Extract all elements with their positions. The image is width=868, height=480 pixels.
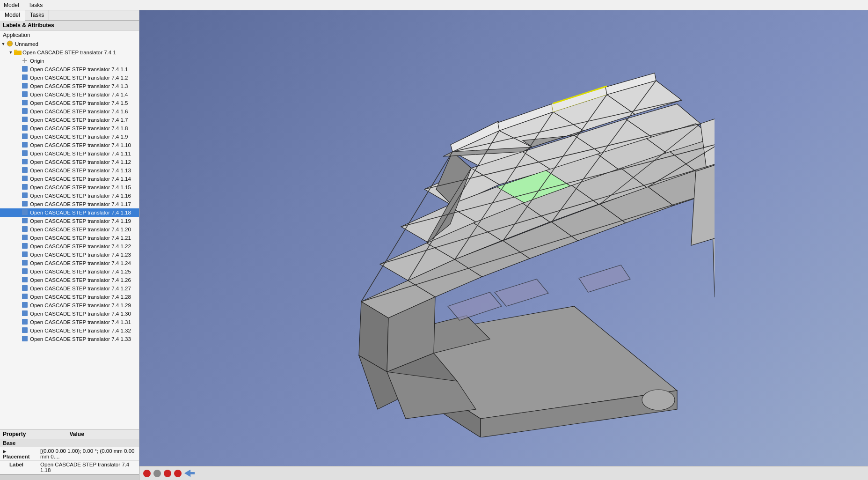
svg-marker-90 xyxy=(579,265,630,292)
tree-node-label: Open CASCADE STEP translator 7.4 1.9 xyxy=(30,134,128,140)
property-row-placement: ▶ Placement [(0.00 0.00 1.00); 0.00 °; (… xyxy=(0,447,139,461)
tree-node-label: Open CASCADE STEP translator 7.4 1.17 xyxy=(30,201,131,207)
tree-node-label: Open CASCADE STEP translator 7.4 1.2 xyxy=(30,75,128,81)
value-col-header: Value xyxy=(70,431,137,437)
svg-rect-37 xyxy=(22,319,28,325)
tree-node[interactable]: Open CASCADE STEP translator 7.4 1.30 xyxy=(0,310,139,318)
red-circle-btn-3[interactable] xyxy=(164,470,171,477)
tree-node-label: Open CASCADE STEP translator 7.4 1.27 xyxy=(30,286,131,291)
main-layout: Model Tasks Labels & Attributes Applicat… xyxy=(0,10,868,480)
tree-node[interactable]: Open CASCADE STEP translator 7.4 1.10 xyxy=(0,141,139,149)
tree-node[interactable]: Open CASCADE STEP translator 7.4 1.14 xyxy=(0,175,139,183)
tree-node-label: Open CASCADE STEP translator 7.4 1.33 xyxy=(30,336,131,342)
tree-node-label: Open CASCADE STEP translator 7.4 1.21 xyxy=(30,235,131,241)
tree-expander[interactable]: ▼ xyxy=(7,49,14,56)
svg-rect-18 xyxy=(22,159,28,164)
property-panel: Property Value Base ▶ Placement [(0.00 0… xyxy=(0,429,139,474)
circle-btn-2[interactable] xyxy=(153,470,161,477)
tree-view[interactable]: ▼Unnamed▼Open CASCADE STEP translator 7.… xyxy=(0,40,139,429)
tree-expander[interactable]: ▼ xyxy=(0,41,7,47)
tree-node[interactable]: Open CASCADE STEP translator 7.4 1.24 xyxy=(0,259,139,267)
tree-node[interactable]: Open CASCADE STEP translator 7.4 1.32 xyxy=(0,326,139,335)
svg-marker-88 xyxy=(448,292,502,320)
tree-node[interactable]: Open CASCADE STEP translator 7.4 1.33 xyxy=(0,335,139,343)
property-label-key: Label xyxy=(0,461,37,474)
left-panel-scrollbar[interactable] xyxy=(0,474,139,480)
tree-node[interactable]: ▼Unnamed xyxy=(0,40,139,48)
tree-node[interactable]: Open CASCADE STEP translator 7.4 1.7 xyxy=(0,116,139,124)
tree-node-label: Open CASCADE STEP translator 7.4 1.16 xyxy=(30,193,131,199)
svg-rect-23 xyxy=(22,201,28,207)
tree-node-label: Open CASCADE STEP translator 7.4 1.15 xyxy=(30,185,131,190)
red-circle-btn-1[interactable] xyxy=(143,470,151,477)
tree-node[interactable]: Open CASCADE STEP translator 7.4 1.1 xyxy=(0,65,139,74)
svg-rect-26 xyxy=(22,226,28,232)
tree-node-label: Open CASCADE STEP translator 7.4 1.28 xyxy=(30,294,131,300)
tree-node[interactable]: Open CASCADE STEP translator 7.4 1.17 xyxy=(0,200,139,208)
tree-node[interactable]: Open CASCADE STEP translator 7.4 1.16 xyxy=(0,192,139,200)
tree-node[interactable]: Open CASCADE STEP translator 7.4 1.3 xyxy=(0,82,139,90)
tree-node[interactable]: Open CASCADE STEP translator 7.4 1.9 xyxy=(0,133,139,141)
svg-rect-34 xyxy=(22,294,28,299)
property-placement-value: [(0.00 0.00 1.00); 0.00 °; (0.00 mm 0.00… xyxy=(37,447,139,461)
tree-node[interactable]: Open CASCADE STEP translator 7.4 1.29 xyxy=(0,301,139,310)
svg-rect-28 xyxy=(22,243,28,249)
svg-rect-27 xyxy=(22,235,28,240)
tree-node-label: Open CASCADE STEP translator 7.4 1.7 xyxy=(30,117,128,123)
tree-node[interactable]: Open CASCADE STEP translator 7.4 1.26 xyxy=(0,276,139,284)
svg-rect-39 xyxy=(22,336,28,341)
3d-viewport[interactable] xyxy=(139,10,868,480)
svg-rect-20 xyxy=(22,176,28,181)
tree-node[interactable]: Open CASCADE STEP translator 7.4 1.25 xyxy=(0,267,139,276)
tree-node-label: Open CASCADE STEP translator 7.4 1.12 xyxy=(30,159,131,165)
tree-node[interactable]: ▼Open CASCADE STEP translator 7.4 1 xyxy=(0,48,139,57)
red-circle-btn-4[interactable] xyxy=(174,470,182,477)
property-placement-key: ▶ Placement xyxy=(0,447,37,461)
left-panel: Model Tasks Labels & Attributes Applicat… xyxy=(0,10,139,480)
svg-rect-12 xyxy=(22,108,28,114)
svg-rect-32 xyxy=(22,277,28,282)
tree-node[interactable]: Open CASCADE STEP translator 7.4 1.15 xyxy=(0,183,139,192)
menu-tasks[interactable]: Tasks xyxy=(27,1,45,9)
tree-node[interactable]: Open CASCADE STEP translator 7.4 1.23 xyxy=(0,251,139,259)
tab-model[interactable]: Model xyxy=(0,10,25,21)
tree-node[interactable]: Open CASCADE STEP translator 7.4 1.11 xyxy=(0,149,139,158)
tree-node[interactable]: Origin xyxy=(0,57,139,65)
tree-node-label: Origin xyxy=(30,58,44,64)
tree-node[interactable]: Open CASCADE STEP translator 7.4 1.4 xyxy=(0,90,139,99)
tree-node[interactable]: Open CASCADE STEP translator 7.4 1.31 xyxy=(0,318,139,326)
svg-rect-14 xyxy=(22,125,28,131)
menu-bar: Model Tasks xyxy=(0,0,868,10)
svg-rect-22 xyxy=(22,192,28,198)
svg-rect-29 xyxy=(22,251,28,257)
tree-node-label: Open CASCADE STEP translator 7.4 1.32 xyxy=(30,328,131,333)
menu-model[interactable]: Model xyxy=(2,1,21,9)
tree-node[interactable]: Open CASCADE STEP translator 7.4 1.2 xyxy=(0,74,139,82)
tree-node[interactable]: Open CASCADE STEP translator 7.4 1.13 xyxy=(0,166,139,175)
tree-node[interactable]: Open CASCADE STEP translator 7.4 1.28 xyxy=(0,293,139,301)
tree-node-label: Open CASCADE STEP translator 7.4 1.31 xyxy=(30,319,131,325)
tree-node[interactable]: Open CASCADE STEP translator 7.4 1.22 xyxy=(0,242,139,251)
placement-expander[interactable]: ▶ xyxy=(3,449,6,454)
tab-tasks[interactable]: Tasks xyxy=(25,10,50,20)
tree-node[interactable]: Open CASCADE STEP translator 7.4 1.20 xyxy=(0,225,139,234)
tree-node[interactable]: Open CASCADE STEP translator 7.4 1.8 xyxy=(0,124,139,133)
tree-node-label: Open CASCADE STEP translator 7.4 1.23 xyxy=(30,252,131,258)
property-col-header: Property xyxy=(3,431,70,437)
tree-node-label: Open CASCADE STEP translator 7.4 1.26 xyxy=(30,277,131,283)
svg-rect-7 xyxy=(22,66,28,72)
tree-node[interactable]: Open CASCADE STEP translator 7.4 1.5 xyxy=(0,99,139,107)
tree-node[interactable]: Open CASCADE STEP translator 7.4 1.21 xyxy=(0,234,139,242)
viewport-bottom-toolbar xyxy=(139,466,868,480)
tree-node[interactable]: Open CASCADE STEP translator 7.4 1.18 xyxy=(0,208,139,217)
svg-rect-21 xyxy=(22,184,28,190)
tree-node[interactable]: Open CASCADE STEP translator 7.4 1.19 xyxy=(0,217,139,225)
labels-attributes-header: Labels & Attributes xyxy=(0,21,139,30)
arrow-btn[interactable] xyxy=(184,470,195,477)
tree-node[interactable]: Open CASCADE STEP translator 7.4 1.27 xyxy=(0,284,139,293)
tree-node[interactable]: Open CASCADE STEP translator 7.4 1.6 xyxy=(0,107,139,116)
tree-node-label: Open CASCADE STEP translator 7.4 1 xyxy=(22,50,116,55)
svg-rect-17 xyxy=(22,150,28,156)
tree-node-label: Open CASCADE STEP translator 7.4 1.1 xyxy=(30,66,128,72)
tree-node[interactable]: Open CASCADE STEP translator 7.4 1.12 xyxy=(0,158,139,166)
